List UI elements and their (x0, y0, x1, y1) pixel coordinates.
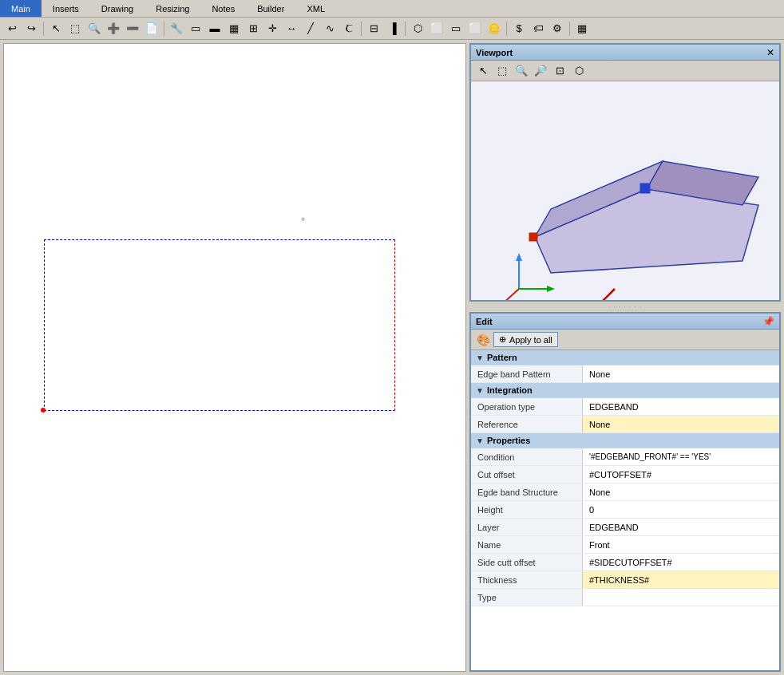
menubar: Main Inserts Drawing Resizing Notes Buil… (0, 0, 784, 18)
pointer-tool[interactable]: ↖ (47, 20, 65, 38)
menu-notes[interactable]: Notes (200, 0, 246, 17)
prop-thickness: Thickness #THICKNESS# (471, 571, 779, 589)
page-tool[interactable]: 📄 (143, 20, 160, 38)
prop-thickness-label: Thickness (471, 571, 583, 588)
apply-label: Apply to all (509, 335, 552, 345)
collapse-properties-icon: ▼ (476, 436, 484, 445)
vp-zoom-in-btn[interactable]: 🔍 (513, 62, 530, 80)
canvas-area[interactable]: + (3, 43, 466, 672)
prop-height-value[interactable]: 0 (583, 501, 779, 518)
pin-icon[interactable]: 📌 (762, 316, 774, 327)
vp-3d-btn[interactable]: ⬡ (570, 62, 588, 80)
select-tool[interactable]: ⬚ (66, 20, 84, 38)
prop-operation-type-value[interactable]: EDGEBAND (583, 398, 779, 415)
prop-side-cutt-offset-label: Side cutt offset (471, 554, 583, 570)
main-toolbar: ↩ ↪ ↖ ⬚ 🔍 ➕ ➖ 📄 🔧 ▭ ▬ ▦ ⊞ ✛ ↔ ╱ ∿ Ꞇ ⊟ ▐ … (0, 18, 784, 40)
prop-thickness-value[interactable]: #THICKNESS# (583, 571, 779, 588)
menu-xml[interactable]: XML (295, 0, 336, 17)
redo-button[interactable]: ↪ (22, 20, 40, 38)
props-title: Edit (476, 317, 493, 326)
apply-to-all-button[interactable]: ⊕ Apply to all (493, 332, 558, 347)
right-panel: Viewport ✕ ↖ ⬚ 🔍 🔎 ⊡ ⬡ (469, 43, 781, 672)
section-pattern-label: Pattern (487, 353, 517, 362)
props-container: Edit 📌 🎨 ⊕ Apply to all ▼ Pattern Edge b… (469, 312, 781, 672)
toolbar-sep-3 (361, 22, 362, 36)
annotation-arrow-svg (471, 273, 779, 300)
wrench-tool[interactable]: 🔧 (168, 20, 185, 38)
prop-egde-band-structure-value[interactable]: None (583, 484, 779, 500)
vp-fit-btn[interactable]: ⊡ (551, 62, 568, 80)
prop-reference-value[interactable]: None (583, 416, 779, 432)
viewport-close-button[interactable]: ✕ (766, 47, 774, 58)
3d-cube-tool[interactable]: ⬡ (409, 20, 426, 38)
viewport-canvas (471, 81, 779, 300)
side-view-tool[interactable]: ▭ (447, 20, 465, 38)
line-tool[interactable]: ╱ (302, 20, 319, 38)
table-tool[interactable]: ⊞ (244, 20, 262, 38)
move-tool[interactable]: ✛ (263, 20, 281, 38)
rect2-tool[interactable]: ▬ (206, 20, 224, 38)
curve-tool[interactable]: ∿ (321, 20, 339, 38)
dollar-tool[interactable]: $ (510, 20, 528, 38)
drag-handle[interactable]: · · · · · · · (469, 302, 781, 312)
prop-condition-value[interactable]: '#EDGEBAND_FRONT#' == 'YES' (583, 448, 779, 465)
section-properties-label: Properties (487, 436, 530, 445)
text-tool[interactable]: Ꞇ (340, 20, 358, 38)
vp-zoom-out-btn[interactable]: 🔎 (532, 62, 549, 80)
extra-tool[interactable]: ▦ (573, 20, 591, 38)
menu-inserts[interactable]: Inserts (42, 0, 90, 17)
toolbar-sep-5 (506, 22, 507, 36)
prop-type-value[interactable] (583, 589, 779, 606)
menu-drawing[interactable]: Drawing (90, 0, 145, 17)
toolbar-sep-6 (569, 22, 570, 36)
viewport-titlebar: Viewport ✕ (471, 45, 779, 61)
section-pattern[interactable]: ▼ Pattern (471, 350, 779, 365)
prop-name: Name Front (471, 536, 779, 554)
settings-tool[interactable]: ⚙ (548, 20, 566, 38)
axis-y-arrow (516, 253, 522, 261)
prop-side-cutt-offset-value[interactable]: #SIDECUTOFFSET# (583, 554, 779, 570)
annotation-arrow-path (583, 289, 615, 300)
vp-pointer-btn[interactable]: ↖ (474, 62, 492, 80)
undo-button[interactable]: ↩ (3, 20, 21, 38)
front-view-tool[interactable]: ⬜ (428, 20, 445, 38)
column-tool[interactable]: ▐ (384, 20, 402, 38)
grid-tool[interactable]: ▦ (225, 20, 243, 38)
zoom-in-tool[interactable]: ➕ (105, 20, 122, 38)
collapse-integration-icon: ▼ (476, 386, 484, 395)
zoom-tool[interactable]: 🔍 (85, 20, 103, 38)
collapse-pattern-icon: ▼ (476, 353, 484, 362)
prop-edge-band-pattern-value[interactable]: None (583, 365, 779, 382)
section-properties[interactable]: ▼ Properties (471, 433, 779, 448)
table2-tool[interactable]: ⊟ (365, 20, 382, 38)
prop-layer-label: Layer (471, 519, 583, 535)
resize-tool[interactable]: ↔ (283, 20, 300, 38)
menu-resizing[interactable]: Resizing (145, 0, 200, 17)
menu-builder[interactable]: Builder (246, 0, 295, 17)
prop-reference: Reference None (471, 416, 779, 433)
props-toolbar: 🎨 ⊕ Apply to all (471, 330, 779, 350)
prop-edge-band-pattern-label: Edge band Pattern (471, 365, 583, 382)
prop-layer-value[interactable]: EDGEBAND (583, 519, 779, 535)
section-integration[interactable]: ▼ Integration (471, 383, 779, 398)
prop-operation-type-label: Operation type (471, 398, 583, 415)
menu-main[interactable]: Main (0, 0, 42, 17)
prop-cut-offset: Cut offset #CUTOFFSET# (471, 466, 779, 484)
vp-select-btn[interactable]: ⬚ (493, 62, 511, 80)
prop-height: Height 0 (471, 501, 779, 519)
toolbar-sep-4 (405, 22, 406, 36)
canvas-label: + (301, 215, 305, 223)
tag-tool[interactable]: 🏷 (529, 20, 547, 38)
3d-handle-left (529, 233, 537, 241)
prop-cut-offset-value[interactable]: #CUTOFFSET# (583, 466, 779, 483)
prop-name-label: Name (471, 536, 583, 553)
props-icon-btn[interactable]: 🎨 (474, 331, 492, 349)
coin-tool[interactable]: 🪙 (485, 20, 503, 38)
prop-height-label: Height (471, 501, 583, 518)
prop-name-value[interactable]: Front (583, 536, 779, 553)
prop-cut-offset-label: Cut offset (471, 466, 583, 483)
prop-condition: Condition '#EDGEBAND_FRONT#' == 'YES' (471, 448, 779, 466)
rect-tool[interactable]: ▭ (187, 20, 204, 38)
top-view-tool[interactable]: ⬜ (466, 20, 484, 38)
zoom-out-tool[interactable]: ➖ (124, 20, 141, 38)
